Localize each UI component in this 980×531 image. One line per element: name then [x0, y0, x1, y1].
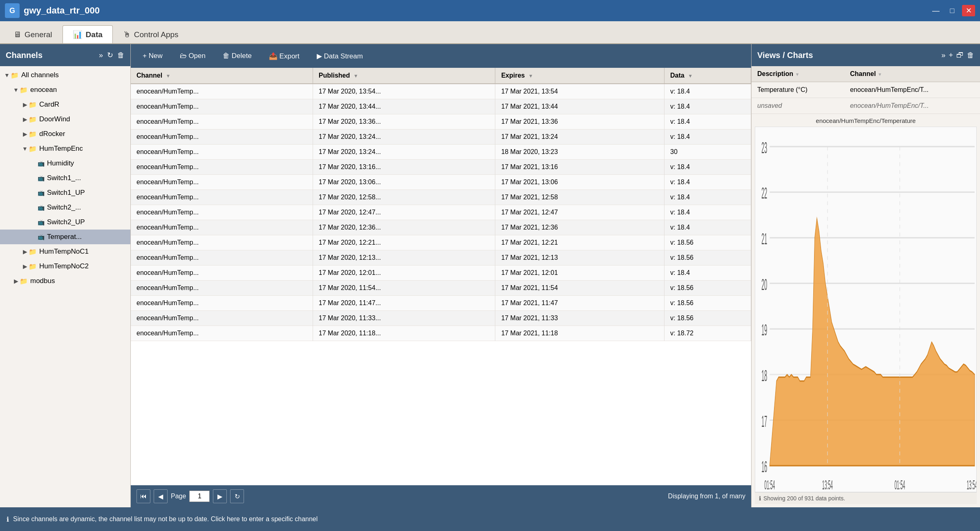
sidebar-item-cardr[interactable]: ▶📁CardR — [0, 97, 130, 112]
cell-data: v: 18.56 — [665, 311, 751, 326]
refresh-button[interactable]: ↻ — [230, 489, 244, 503]
cell-data: v: 18.4 — [665, 205, 751, 220]
views-row[interactable]: Temperature (°C) enocean/HumTempEnc/T... — [752, 82, 980, 98]
delete-button[interactable]: 🗑 Delete — [216, 48, 259, 64]
sidebar-item-switch1up[interactable]: 📺Switch1_UP — [0, 185, 130, 200]
views-add-button[interactable]: + — [949, 51, 953, 60]
sidebar-item-all-channels[interactable]: ▼📁All channels — [0, 68, 130, 83]
close-button[interactable]: ✕ — [962, 5, 975, 16]
sidebar-item-temperature[interactable]: 📺Temperat... — [0, 230, 130, 244]
cell-data: v: 18.56 — [665, 250, 751, 266]
window-title: gwy_data_rtr_000 — [24, 5, 100, 16]
table-row[interactable]: enocean/HumTemp... 17 Mar 2020, 12:01...… — [131, 266, 751, 281]
page-input[interactable] — [189, 491, 210, 502]
sidebar-item-switch2up[interactable]: 📺Switch2_UP — [0, 215, 130, 230]
tree-item-label: HumTempNoC1 — [39, 248, 89, 256]
col-channel[interactable]: Channel ▼ — [131, 68, 313, 84]
sidebar-item-humtempenc[interactable]: ▼📁HumTempEnc — [0, 141, 130, 156]
tab-control-apps[interactable]: 🖱 Control Apps — [113, 25, 189, 43]
table-row[interactable]: enocean/HumTemp... 17 Mar 2020, 13:24...… — [131, 129, 751, 145]
table-row[interactable]: enocean/HumTemp... 17 Mar 2020, 13:16...… — [131, 160, 751, 175]
chart-container[interactable]: 23 22 21 20 19 18 17 16 — [755, 127, 977, 492]
export-button[interactable]: 📤 Export — [262, 48, 307, 64]
new-button[interactable]: + New — [136, 48, 170, 64]
cell-channel: enocean/HumTemp... — [131, 175, 313, 190]
table-row[interactable]: enocean/HumTemp... 17 Mar 2020, 13:36...… — [131, 114, 751, 129]
sidebar-refresh-button[interactable]: ↻ — [107, 51, 113, 60]
view-description: Temperature (°C) — [752, 82, 844, 98]
table-row[interactable]: enocean/HumTemp... 17 Mar 2020, 11:54...… — [131, 281, 751, 296]
sidebar-item-doorwind[interactable]: ▶📁DoorWind — [0, 112, 130, 127]
maximize-button[interactable]: □ — [946, 5, 959, 16]
tab-general[interactable]: 🖥 General — [3, 25, 63, 43]
view-channel: enocean/HumTempEnc/T... — [844, 98, 980, 114]
tree-item-label: HumTempNoC2 — [39, 262, 89, 270]
table-row[interactable]: enocean/HumTemp... 17 Mar 2020, 13:24...… — [131, 145, 751, 160]
table-row[interactable]: enocean/HumTemp... 17 Mar 2020, 12:36...… — [131, 220, 751, 235]
expander-icon: ▶ — [21, 263, 29, 270]
cell-channel: enocean/HumTemp... — [131, 160, 313, 175]
cell-channel: enocean/HumTemp... — [131, 281, 313, 296]
col-data[interactable]: Data ▼ — [665, 68, 751, 84]
view-description: unsaved — [752, 98, 844, 114]
sidebar-item-drocker[interactable]: ▶📁dRocker — [0, 127, 130, 141]
table-row[interactable]: enocean/HumTemp... 17 Mar 2020, 13:44...… — [131, 99, 751, 114]
open-button[interactable]: 🗁 Open — [173, 48, 213, 64]
cell-expires: 17 Mar 2021, 12:58 — [495, 190, 665, 205]
chart-title: enocean/HumTempEnc/Temperature — [755, 117, 977, 124]
views-collapse-button[interactable]: » — [941, 51, 945, 60]
prev-page-button[interactable]: ◀ — [154, 489, 168, 503]
cell-data: v: 18.72 — [665, 326, 751, 341]
table-row[interactable]: enocean/HumTemp... 17 Mar 2020, 12:21...… — [131, 235, 751, 250]
table-row[interactable]: enocean/HumTemp... 17 Mar 2020, 11:47...… — [131, 296, 751, 311]
first-page-button[interactable]: ⏮ — [136, 489, 150, 503]
status-bar[interactable]: ℹ Since channels are dynamic, the channe… — [0, 507, 980, 531]
tree-item-label: DoorWind — [39, 115, 70, 123]
tree-item-label: Switch2_UP — [47, 218, 85, 226]
sidebar-delete-button[interactable]: 🗑 — [117, 51, 125, 60]
stream-button[interactable]: ▶ Data Stream — [310, 48, 370, 64]
cell-published: 17 Mar 2020, 13:06... — [313, 175, 495, 190]
sidebar-collapse-button[interactable]: » — [99, 51, 103, 60]
cell-published: 17 Mar 2020, 13:54... — [313, 84, 495, 99]
table-scroll[interactable]: Channel ▼ Published ▼ Expires ▼ Data ▼ e… — [131, 68, 751, 485]
cell-channel: enocean/HumTemp... — [131, 250, 313, 266]
cell-channel: enocean/HumTemp... — [131, 84, 313, 99]
cell-published: 17 Mar 2020, 13:24... — [313, 129, 495, 145]
right-panel-header-actions: » + 🗗 🗑 — [941, 51, 974, 60]
col-published[interactable]: Published ▼ — [313, 68, 495, 84]
col-expires[interactable]: Expires ▼ — [495, 68, 665, 84]
table-row[interactable]: enocean/HumTemp... 17 Mar 2020, 13:06...… — [131, 175, 751, 190]
sidebar-item-humidity[interactable]: 📺Humidity — [0, 156, 130, 171]
table-row[interactable]: enocean/HumTemp... 17 Mar 2020, 12:47...… — [131, 205, 751, 220]
display-info: Displaying from 1, of many — [668, 493, 745, 500]
sidebar-item-enocean[interactable]: ▼📁enocean — [0, 83, 130, 97]
chart-footer: ℹ Showing 200 of 931 data points. — [755, 492, 977, 504]
table-row[interactable]: enocean/HumTemp... 17 Mar 2020, 11:18...… — [131, 326, 751, 341]
sidebar-item-humtempnoc1[interactable]: ▶📁HumTempNoC1 — [0, 244, 130, 259]
cell-data: v: 18.4 — [665, 175, 751, 190]
views-row[interactable]: unsaved enocean/HumTempEnc/T... — [752, 98, 980, 114]
sidebar-item-switch2[interactable]: 📺Switch2_... — [0, 200, 130, 215]
sidebar-item-humtempnoc2[interactable]: ▶📁HumTempNoC2 — [0, 259, 130, 274]
cell-channel: enocean/HumTemp... — [131, 235, 313, 250]
col-channel-views[interactable]: Channel ▼ — [844, 66, 980, 82]
sidebar-item-switch1[interactable]: 📺Switch1_... — [0, 171, 130, 185]
table-row[interactable]: enocean/HumTemp... 17 Mar 2020, 13:54...… — [131, 84, 751, 99]
table-row[interactable]: enocean/HumTemp... 17 Mar 2020, 12:58...… — [131, 190, 751, 205]
table-row[interactable]: enocean/HumTemp... 17 Mar 2020, 11:33...… — [131, 311, 751, 326]
next-page-button[interactable]: ▶ — [213, 489, 227, 503]
cell-data: v: 18.56 — [665, 296, 751, 311]
views-edit-button[interactable]: 🗗 — [956, 51, 964, 60]
views-delete-button[interactable]: 🗑 — [967, 51, 974, 60]
folder-icon: 📁 — [29, 130, 37, 138]
tree-item-label: Switch1_UP — [47, 189, 85, 197]
col-description[interactable]: Description ▼ — [752, 66, 844, 82]
sidebar-item-modbus[interactable]: ▶📁modbus — [0, 274, 130, 288]
cell-channel: enocean/HumTemp... — [131, 266, 313, 281]
titlebar-left: G gwy_data_rtr_000 — [5, 3, 100, 18]
minimize-button[interactable]: — — [929, 5, 942, 16]
cell-data: v: 18.4 — [665, 190, 751, 205]
table-row[interactable]: enocean/HumTemp... 17 Mar 2020, 12:13...… — [131, 250, 751, 266]
tab-data[interactable]: 📊 Data — [63, 25, 113, 43]
